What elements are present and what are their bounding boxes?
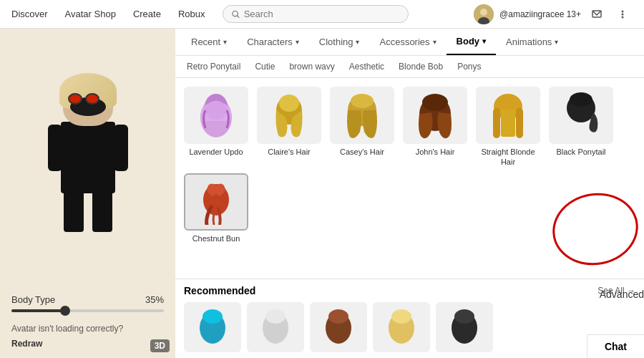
sub-cat-ponys[interactable]: Ponys [454, 60, 484, 73]
svg-rect-18 [493, 108, 500, 138]
sub-cat-cutie[interactable]: Cutie [252, 60, 278, 73]
advanced-area: Advanced [600, 288, 644, 301]
sub-cat-brown-wavy[interactable]: brown wavy [286, 60, 337, 73]
body-type-slider[interactable] [11, 309, 164, 312]
recommended-title: Recommended [184, 285, 255, 296]
svg-point-8 [622, 16, 624, 18]
hair-thumb-caseys [330, 87, 394, 144]
svg-point-27 [265, 309, 286, 324]
notifications-icon[interactable] [587, 4, 607, 24]
avatar [474, 4, 494, 24]
svg-point-0 [232, 11, 237, 16]
main-layout: 3D Body Type 35% Avatar isn't loading co… [0, 29, 644, 358]
hair-item-caseys[interactable]: Casey's Hair [330, 87, 394, 168]
johns-hair-icon [410, 92, 460, 139]
hair-thumb-black-ponytail [549, 87, 613, 144]
chevron-down-icon: ▾ [296, 38, 299, 46]
sub-cat-blonde-bob[interactable]: Blonde Bob [396, 60, 446, 73]
cat-clothing[interactable]: Clothing ▾ [309, 29, 370, 55]
hair-thumb-chestnut [184, 173, 248, 231]
hair-item-lavender[interactable]: Lavender Updo [184, 87, 248, 168]
svg-point-14 [351, 94, 374, 108]
redraw-section: Avatar isn't loading correctly? Redraw [0, 318, 175, 358]
svg-point-12 [279, 95, 299, 112]
search-icon [232, 10, 240, 19]
hair-thumb-lavender [184, 87, 248, 144]
svg-point-16 [422, 94, 448, 111]
search-input[interactable] [244, 9, 399, 19]
body-type-label: Body Type [11, 294, 55, 305]
caseys-hair-icon [337, 92, 387, 139]
black-ponytail-icon [556, 92, 606, 139]
svg-rect-19 [516, 108, 523, 138]
redraw-link[interactable]: Redraw [11, 339, 42, 349]
lavender-updo-icon [191, 92, 241, 139]
rec-item-1[interactable] [184, 302, 241, 352]
svg-point-6 [622, 10, 624, 12]
user-avatar-img [474, 4, 494, 24]
right-panel: Recent ▾ Characters ▾ Clothing ▾ Accesso… [175, 29, 644, 358]
recommended-header: Recommended See All → [184, 285, 635, 296]
username: @amaziingracee 13+ [499, 9, 581, 19]
badge-3d: 3D [150, 339, 170, 352]
cat-body[interactable]: Body ▾ [447, 29, 497, 55]
chat-button[interactable]: Chat [587, 334, 644, 358]
hair-item-chestnut[interactable]: Chestnut Bun [184, 173, 248, 243]
nav-robux[interactable]: Robux [178, 9, 205, 19]
cat-accessories[interactable]: Accessories ▾ [369, 29, 446, 55]
sub-cat-retro[interactable]: Retro Ponytail [184, 60, 243, 73]
recommended-section: Recommended See All → [175, 279, 644, 358]
hair-label-black-ponytail: Black Ponytail [556, 147, 605, 157]
svg-point-3 [480, 9, 487, 16]
chevron-down-icon: ▾ [356, 38, 359, 46]
svg-rect-20 [501, 110, 515, 137]
hair-label-caseys: Casey's Hair [340, 147, 384, 157]
user-area: @amaziingracee 13+ [474, 4, 633, 24]
body-type-value: 35% [145, 294, 164, 305]
claires-hair-icon [264, 92, 314, 139]
rec-item-4[interactable] [373, 302, 430, 352]
menu-icon[interactable] [613, 4, 633, 24]
hair-thumb-claires [257, 87, 321, 144]
chevron-down-icon: ▾ [223, 38, 227, 46]
nav-create[interactable]: Create [133, 9, 161, 19]
search-bar[interactable] [223, 5, 409, 23]
hair-item-claires[interactable]: Claire's Hair [257, 87, 321, 168]
hair-label-chestnut: Chestnut Bun [192, 233, 240, 243]
nav-avatar-shop[interactable]: Avatar Shop [65, 9, 116, 19]
advanced-button[interactable]: Advanced [600, 289, 644, 300]
rec-item-3[interactable] [310, 302, 367, 352]
hair-label-lavender: Lavender Updo [189, 147, 243, 157]
hair-grid: Lavender Updo Claire's Hair [184, 87, 635, 243]
chevron-down-icon: ▾ [555, 38, 558, 46]
sub-cat-aesthetic[interactable]: Aesthetic [346, 60, 387, 73]
rec-item-2[interactable] [247, 302, 304, 352]
svg-point-25 [203, 309, 223, 324]
chevron-down-icon: ▾ [433, 38, 436, 46]
recommended-grid [184, 302, 635, 352]
chestnut-bun-icon [191, 178, 241, 225]
rec-item-5[interactable] [436, 302, 493, 352]
slider-thumb[interactable] [60, 306, 70, 316]
svg-line-1 [237, 15, 239, 17]
sub-categories: Retro Ponytail Cutie brown wavy Aestheti… [175, 56, 644, 78]
cat-characters[interactable]: Characters ▾ [237, 29, 309, 55]
nav-discover[interactable]: Discover [11, 9, 48, 19]
straight-blonde-icon [483, 92, 533, 139]
hair-thumb-johns [403, 87, 467, 144]
cat-animations[interactable]: Animations ▾ [496, 29, 568, 55]
category-nav: Recent ▾ Characters ▾ Clothing ▾ Accesso… [175, 29, 644, 56]
hair-item-black-ponytail[interactable]: Black Ponytail [549, 87, 613, 168]
svg-point-31 [391, 309, 411, 324]
hair-label-johns: John's Hair [416, 147, 455, 157]
hair-label-claires: Claire's Hair [268, 147, 311, 157]
hair-item-straight-blonde[interactable]: Straight Blonde Hair [476, 87, 540, 168]
svg-point-29 [328, 309, 348, 324]
hair-item-johns[interactable]: John's Hair [403, 87, 467, 168]
right-panel-wrapper: Recent ▾ Characters ▾ Clothing ▾ Accesso… [175, 29, 644, 358]
redraw-warning: Avatar isn't loading correctly? [11, 324, 164, 334]
cat-recent[interactable]: Recent ▾ [181, 29, 237, 55]
slider-fill [11, 309, 65, 312]
hair-grid-section: Lavender Updo Claire's Hair [175, 78, 644, 279]
top-nav: Discover Avatar Shop Create Robux @amazi… [0, 0, 644, 29]
